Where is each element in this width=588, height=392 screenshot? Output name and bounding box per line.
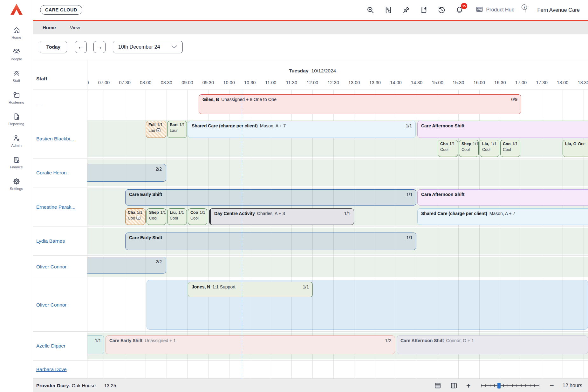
user-avatar[interactable]: i (525, 7, 526, 13)
pin-icon[interactable] (402, 6, 410, 14)
zoom-out-button[interactable]: − (550, 382, 554, 389)
staff-row: Azelle Dipper (33, 332, 87, 361)
staff-link[interactable]: Coralie Heron (36, 170, 67, 176)
sidebar-item-rostering[interactable]: Rostering (0, 91, 33, 104)
tab-home[interactable]: Home (43, 25, 56, 30)
zoom-in-button[interactable]: + (466, 382, 471, 389)
staff-link[interactable]: Bastien Blackbi... (36, 136, 74, 142)
shift-bar-care-early[interactable]: Care Early Shift1/1 (125, 233, 416, 250)
visit-block-shep[interactable]: Shep1/1 Cool (147, 208, 166, 225)
shift-bar-care-afternoon[interactable]: Care Afternoon Shift (417, 121, 588, 138)
shift-bar-care-early-unassigned[interactable]: Care Early ShiftUnassigned + 11/2 (106, 335, 395, 354)
staff-link[interactable]: Lydia Barnes (36, 238, 65, 244)
staff-link[interactable]: Barbara Dove (36, 367, 67, 372)
visit-block-bart[interactable]: Bart1/1 Laur (167, 121, 187, 138)
visit-block-liu[interactable]: Liu,1/1 Cool (480, 140, 499, 157)
product-hub-button[interactable]: Product Hub (475, 5, 514, 15)
time-label: 17:00 (515, 80, 527, 85)
sidebar-item-label: People (11, 57, 22, 61)
visit-block-azelle[interactable]: 1/1 (87, 335, 104, 354)
staff-row: Bastien Blackbi... (33, 119, 87, 159)
today-button[interactable]: Today (40, 41, 67, 53)
topbar: CARE CLOUD 15 (33, 0, 588, 20)
bookmark-book-icon[interactable] (420, 6, 428, 14)
tab-view[interactable]: View (70, 25, 80, 30)
history-icon[interactable] (437, 6, 446, 14)
zoom-in-icon[interactable] (366, 6, 375, 14)
shift-bar-day-centre-activity[interactable]: Day Centre ActivityCharles, A + 31/1 (209, 208, 354, 225)
diary-grid: Staff Tuesday10/12/2024 06:3007:0007:300… (33, 60, 588, 379)
time-label: 06:30 (87, 80, 89, 85)
shift-bar-care-afternoon-connor[interactable]: Care Afternoon ShiftConnor, O + 1 (397, 335, 588, 354)
sidebar-item-label: Staff (13, 79, 20, 83)
zoom-slider[interactable] (479, 382, 541, 389)
sidebar-item-home[interactable]: Home (0, 26, 33, 39)
lane-barbara (87, 361, 588, 379)
lane-azelle: 1/1 Care Early ShiftUnassigned + 11/2 Ca… (87, 332, 588, 361)
notifications-bell-icon[interactable]: 15 (455, 6, 464, 14)
time-label: 15:00 (432, 80, 443, 85)
day-label: Tuesday10/12/2024 (289, 68, 336, 74)
lane-ernestine: Care Early Shift1/1 Care Afternoon Shift… (87, 187, 588, 227)
visit-block-full[interactable]: Full1/1 Lau (146, 121, 166, 138)
grid-view-icon[interactable] (450, 382, 458, 389)
sidebar-item-admin[interactable]: Admin (0, 134, 33, 147)
visit-block-cha[interactable]: Cha1/1 Cool (438, 140, 458, 157)
sidebar-nav: Home People Staff Rostering (0, 26, 33, 191)
staff-icon (12, 69, 21, 78)
visit-block-coo[interactable]: Coo1/1 Cool (500, 140, 520, 157)
time-label: 11:00 (265, 80, 276, 85)
next-day-button[interactable]: → (93, 41, 106, 53)
staff-link[interactable]: Azelle Dipper (36, 343, 65, 349)
topbar-icons: 15 Product Hub i Fern Avenue Care (366, 0, 580, 20)
list-view-icon[interactable] (434, 382, 441, 389)
time-label: 12:00 (307, 80, 318, 85)
checkbox-icon (136, 216, 140, 222)
visit-block-cha[interactable]: Cha1/1 Coo (125, 208, 146, 225)
shift-bar-jones-support[interactable]: Jones, N1:1 Support1/1 (188, 282, 313, 297)
shift-bar-care-early[interactable]: Care Early Shift1/1 (125, 189, 416, 206)
statusbar: Provider Diary: Oak House 13:25 + (33, 379, 588, 392)
grid-body: — Bastien Blackbi... Coralie Heron Ernes… (33, 90, 588, 379)
main-area: CARE CLOUD 15 (33, 0, 588, 392)
staff-link[interactable]: Ernestine Parak... (36, 204, 75, 210)
staff-column: — Bastien Blackbi... Coralie Heron Ernes… (33, 90, 87, 379)
client-search-icon[interactable] (384, 6, 393, 14)
visit-block-coo[interactable]: Coo1/1 Cool (188, 208, 207, 225)
date-dropdown[interactable]: 10th December 24 (113, 41, 183, 53)
sidebar-item-settings[interactable]: Settings (0, 177, 33, 191)
visit-block-liu-g[interactable]: Liu, GOne (563, 140, 588, 157)
sidebar-item-people[interactable]: People (0, 48, 33, 61)
sidebar-item-label: Finance (10, 165, 23, 169)
sidebar-item-label: Admin (11, 144, 22, 147)
time-label: 12:30 (327, 80, 339, 85)
staff-row: Ernestine Parak... (33, 187, 87, 227)
app-window: Home People Staff Rostering (0, 0, 588, 392)
shift-bar-shared-care[interactable]: Shared Care (charge per client)Mason, A … (417, 208, 588, 225)
sidebar-item-staff[interactable]: Staff (0, 69, 33, 83)
shift-bar-oliver[interactable]: 2/2 (87, 257, 166, 274)
shift-bar-shared-care[interactable]: Shared Care (charge per client)Mason, A … (188, 121, 416, 138)
staff-row: Oliver Connor (33, 256, 87, 278)
sidebar-item-finance[interactable]: $ Finance (0, 156, 33, 169)
settings-gear-icon (12, 177, 21, 186)
staff-column-header: Staff (33, 60, 87, 90)
prev-day-button[interactable]: ← (75, 41, 87, 53)
time-label: 18:30 (578, 80, 588, 85)
staff-row: Oliver Connor (33, 278, 87, 332)
shift-bar-giles-one-to-one[interactable]: Giles, BUnassigned + 8 One to One0/9 (199, 94, 521, 114)
visit-block-liu[interactable]: Liu,1/1 Cool (167, 208, 187, 225)
time-label: 15:30 (453, 80, 464, 85)
visit-block-shep[interactable]: Shep1/1 Cool (459, 140, 479, 157)
brand-logo-icon[interactable] (10, 3, 24, 17)
info-icon[interactable]: i (522, 4, 527, 10)
lane-unassigned: Giles, BUnassigned + 8 One to One0/9 (87, 90, 588, 119)
brand-pill[interactable]: CARE CLOUD (40, 5, 82, 15)
time-label: 14:30 (411, 80, 422, 85)
sidebar-item-reporting[interactable]: Reporting (0, 112, 33, 126)
staff-link[interactable]: Oliver Connor (36, 264, 67, 270)
staff-row: Coralie Heron (33, 159, 87, 187)
staff-link[interactable]: Oliver Connor (36, 302, 67, 308)
shift-bar-coralie[interactable]: 2/2 (87, 164, 166, 182)
shift-bar-care-afternoon[interactable]: Care Afternoon Shift (417, 189, 588, 206)
